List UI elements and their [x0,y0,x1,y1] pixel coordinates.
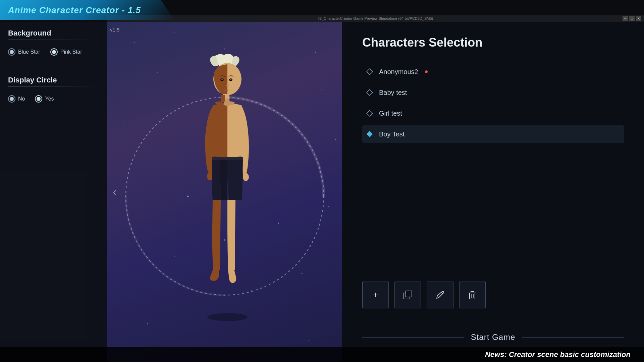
version-text: v1.5 [110,27,119,33]
viewport: ‹ v1.5 [107,22,342,362]
svg-point-26 [243,173,249,181]
start-line-right [522,337,624,338]
display-circle-divider [8,86,99,87]
delete-character-button[interactable] [459,282,486,308]
start-game-button[interactable]: Start Game [471,333,516,342]
character-name-anonymous2: Anonymous2 [379,68,418,76]
svg-point-31 [230,79,231,80]
characters-selection-title: Characters Selection [362,36,624,50]
character-item-baby-test[interactable]: Baby test [362,84,624,101]
restore-button[interactable]: □ [629,16,635,21]
app-title: Anime Character Creator - 1.5 [8,5,141,15]
background-title: Background [8,29,99,38]
display-circle-section: Display Circle No Yes [8,76,99,103]
active-dot-anonymous2 [425,70,428,73]
copy-character-button[interactable] [394,282,421,308]
add-character-button[interactable]: + [362,282,389,308]
start-game-section: Start Game [362,333,624,342]
background-divider [8,40,99,40]
blue-star-radio-inner [10,50,14,54]
blue-star-radio[interactable] [8,48,15,56]
character-item-boy-test[interactable]: Boy Test [362,125,624,143]
news-text: News: Creator scene basic customization [485,350,631,359]
left-panel: Background Blue Star Pink Star Display C… [0,22,107,362]
character-display [171,32,278,347]
nav-arrow-left[interactable]: ‹ [113,185,117,199]
background-section: Background Blue Star Pink Star [8,29,99,56]
yes-label: Yes [45,96,54,102]
window-controls[interactable]: ─ □ ✕ [623,16,641,21]
edit-icon [435,290,445,300]
character-name-boy-test: Boy Test [379,130,405,138]
delete-icon [467,290,478,300]
svg-point-8 [335,139,336,140]
svg-rect-35 [470,293,475,299]
svg-point-4 [315,52,316,53]
diamond-icon-baby-test [366,88,374,97]
action-buttons: + [362,282,486,308]
no-radio-inner [10,97,14,101]
character-item-girl-test[interactable]: Girl test [362,105,624,122]
copy-icon [402,290,413,300]
no-radio[interactable] [8,95,15,103]
news-bar: News: Creator scene basic customization [0,347,644,362]
start-line-left [362,337,464,338]
edit-character-button[interactable] [427,282,453,308]
character-item-anonymous2[interactable]: Anonymous2 [362,63,624,80]
svg-rect-24 [221,95,225,102]
close-button[interactable]: ✕ [636,16,641,21]
blue-star-label: Blue Star [18,49,40,55]
display-circle-radio-group: No Yes [8,95,99,103]
character-svg [178,52,272,327]
right-panel: Characters Selection Anonymous2 Baby tes… [342,22,644,362]
svg-point-6 [322,89,323,90]
svg-point-15 [308,340,309,341]
svg-point-30 [221,79,223,80]
character-list: Anonymous2 Baby test Girl test Boy Test [362,63,624,143]
pink-star-label: Pink Star [60,49,82,55]
pink-star-radio-inner [52,50,56,54]
pink-star-option[interactable]: Pink Star [50,48,82,56]
svg-point-0 [134,42,135,43]
svg-point-14 [147,323,148,324]
character-name-baby-test: Baby test [379,89,407,97]
diamond-icon-anonymous2 [366,68,374,76]
no-option[interactable]: No [8,95,25,103]
title-bar: Anime Character Creator - 1.5 [0,0,174,20]
diamond-icon-girl-test [366,109,374,117]
yes-option[interactable]: Yes [35,95,54,103]
yes-radio-inner [37,97,41,101]
no-label: No [18,96,25,102]
minimize-button[interactable]: ─ [623,16,628,21]
display-circle-title: Display Circle [8,76,99,84]
background-radio-group: Blue Star Pink Star [8,48,99,56]
svg-rect-34 [406,291,412,297]
yes-radio[interactable] [35,95,42,103]
svg-point-32 [207,313,248,321]
diamond-icon-boy-test [366,130,374,138]
window-bar: IS_CharacterCreator Game Preview Standal… [107,15,644,22]
pink-star-radio[interactable] [50,48,58,56]
character-name-girl-test: Girl test [379,110,402,117]
blue-star-option[interactable]: Blue Star [8,48,40,56]
svg-point-5 [157,72,158,73]
window-bar-title: IS_CharacterCreator Game Preview Standal… [318,16,433,20]
